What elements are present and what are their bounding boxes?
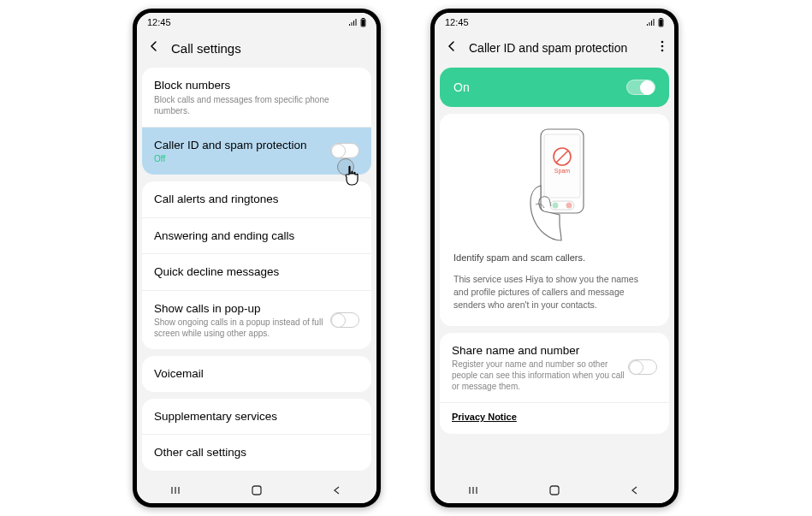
row-title: Share name and number <box>452 343 628 359</box>
row-voicemail[interactable]: Voicemail <box>142 356 371 392</box>
row-caller-id[interactable]: Caller ID and spam protection Off <box>142 128 371 175</box>
row-title: Quick decline messages <box>154 264 359 280</box>
svg-point-16 <box>553 203 559 209</box>
illustration-hand-phone-icon: Spam <box>503 126 606 246</box>
svg-text:Spam: Spam <box>554 168 570 175</box>
toggle-caller-id[interactable] <box>330 143 359 158</box>
row-title: Answering and ending calls <box>154 228 359 244</box>
svg-rect-6 <box>660 20 663 27</box>
svg-point-17 <box>566 203 572 209</box>
description-line2: This service uses Hiya to show you the n… <box>453 273 655 312</box>
svg-point-9 <box>661 50 664 52</box>
status-bar: 12:45 <box>435 13 674 32</box>
row-popup[interactable]: Show calls in pop-up Show ongoing calls … <box>142 291 371 350</box>
row-title: Call alerts and ringtones <box>154 192 359 207</box>
phone-right: 12:45 Caller ID and spam protection On <box>430 9 679 507</box>
nav-recents-icon[interactable] <box>151 485 203 495</box>
nav-home-icon[interactable] <box>231 484 282 496</box>
status-time: 12:45 <box>147 17 171 27</box>
row-block-numbers[interactable]: Block numbers Block calls and messages f… <box>142 68 371 128</box>
navbar <box>137 477 376 503</box>
description-line1: Identify spam and scam callers. <box>453 252 655 263</box>
back-icon[interactable] <box>445 39 459 56</box>
phone-left: 12:45 Call settings Block numbers Block … <box>133 9 381 507</box>
row-sub: Show ongoing calls in a popup instead of… <box>154 317 330 339</box>
master-toggle-banner[interactable]: On <box>440 68 669 107</box>
row-title: Other call settings <box>154 445 359 460</box>
header: Caller ID and spam protection <box>435 32 674 64</box>
navbar <box>435 477 674 503</box>
svg-rect-5 <box>660 18 662 19</box>
nav-back-icon[interactable] <box>311 485 362 495</box>
toggle-popup[interactable] <box>330 312 359 328</box>
svg-rect-2 <box>362 20 365 27</box>
row-call-alerts[interactable]: Call alerts and ringtones <box>142 181 371 218</box>
page-title: Caller ID and spam protection <box>469 41 627 55</box>
toggle-master[interactable] <box>626 80 655 95</box>
svg-rect-1 <box>362 18 365 19</box>
row-title: Voicemail <box>154 366 359 382</box>
status-time: 12:45 <box>445 17 469 27</box>
svg-point-7 <box>661 41 664 44</box>
row-title: Caller ID and spam protection <box>154 138 330 153</box>
svg-rect-3 <box>252 486 261 495</box>
row-supplementary[interactable]: Supplementary services <box>142 399 371 436</box>
row-sub: Register your name and number so other p… <box>452 359 628 392</box>
row-title: Supplementary services <box>154 409 359 424</box>
status-icons <box>646 18 664 27</box>
svg-rect-18 <box>550 486 559 495</box>
svg-rect-11 <box>544 134 580 198</box>
row-other-settings[interactable]: Other call settings <box>142 435 371 471</box>
nav-back-icon[interactable] <box>608 485 660 495</box>
svg-point-8 <box>661 45 664 48</box>
privacy-notice-link[interactable]: Privacy Notice <box>440 403 669 434</box>
status-icons <box>348 18 366 27</box>
page-title: Call settings <box>171 41 241 56</box>
toggle-share[interactable] <box>628 359 657 375</box>
banner-label: On <box>453 80 470 94</box>
row-sub: Off <box>154 153 330 164</box>
header: Call settings <box>137 32 376 64</box>
back-icon[interactable] <box>147 39 161 56</box>
row-title: Show calls in pop-up <box>154 301 330 317</box>
nav-recents-icon[interactable] <box>449 485 501 495</box>
row-share-name[interactable]: Share name and number Register your name… <box>440 333 669 404</box>
more-icon[interactable] <box>661 40 664 56</box>
status-bar: 12:45 <box>137 13 376 32</box>
row-answering[interactable]: Answering and ending calls <box>142 218 371 255</box>
row-sub: Block calls and messages from specific p… <box>154 94 359 116</box>
nav-home-icon[interactable] <box>529 484 580 496</box>
row-title: Block numbers <box>154 78 359 93</box>
row-decline-messages[interactable]: Quick decline messages <box>142 254 371 291</box>
